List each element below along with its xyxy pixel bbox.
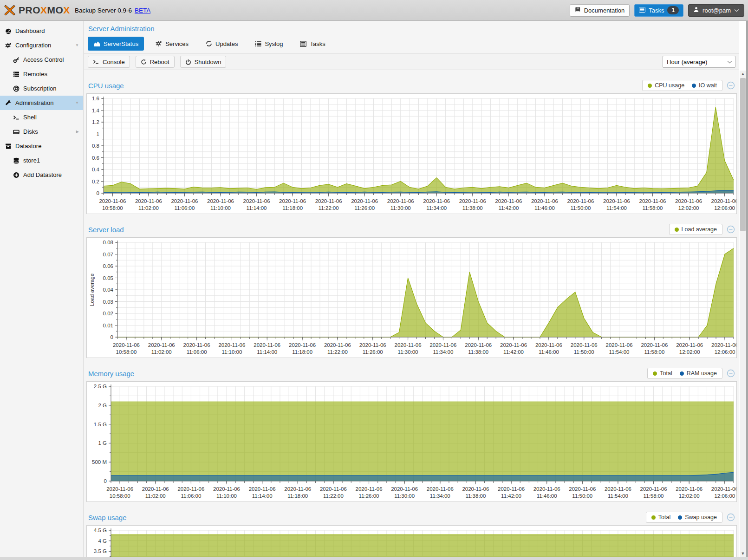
life-ring-icon xyxy=(13,85,20,92)
scroll-down-icon[interactable]: ▼ xyxy=(740,550,746,557)
svg-text:2020-11-06: 2020-11-06 xyxy=(676,486,702,492)
list-icon xyxy=(255,41,261,47)
collapse-icon[interactable] xyxy=(727,513,735,521)
book-icon xyxy=(575,7,581,14)
svg-text:11:58:00: 11:58:00 xyxy=(644,493,664,499)
svg-text:2020-11-06: 2020-11-06 xyxy=(243,198,270,204)
svg-text:1.4: 1.4 xyxy=(92,108,100,113)
svg-text:0.06: 0.06 xyxy=(103,263,113,269)
svg-text:11:02:00: 11:02:00 xyxy=(138,205,159,211)
svg-text:1.5 G: 1.5 G xyxy=(94,422,107,427)
sidebar: Dashboard Configuration ▼ Access Control… xyxy=(0,21,84,557)
svg-text:10:58:00: 10:58:00 xyxy=(116,349,137,355)
svg-text:2020-11-06: 2020-11-06 xyxy=(207,198,234,204)
collapse-icon[interactable] xyxy=(727,225,735,234)
collapse-icon[interactable] xyxy=(727,369,735,378)
sidebar-item-subscription[interactable]: Subscription xyxy=(0,81,83,96)
legend-item[interactable]: Total xyxy=(651,514,670,521)
tab-syslog[interactable]: Syslog xyxy=(249,37,288,51)
svg-text:0.07: 0.07 xyxy=(103,252,113,257)
server-toolbar: Console Reboot Shutdown Hour (average) xyxy=(84,53,739,70)
legend-item[interactable]: Total xyxy=(653,370,672,377)
svg-text:1: 1 xyxy=(97,131,99,137)
server-load-chart-box: 00.010.020.030.040.050.060.070.082020-11… xyxy=(86,237,737,358)
reboot-button[interactable]: Reboot xyxy=(136,56,175,68)
panel-title: CPU usage xyxy=(88,82,124,90)
legend-item[interactable]: Load average xyxy=(675,226,717,233)
dashboard-gauge-icon xyxy=(5,28,12,34)
timeframe-select[interactable]: Hour (average) xyxy=(663,56,735,68)
collapse-icon[interactable] xyxy=(727,81,735,90)
database-icon xyxy=(13,157,20,164)
svg-text:2020-11-06: 2020-11-06 xyxy=(465,342,492,348)
tab-bar: ServerStatus Services Updates Syslog Tas… xyxy=(84,33,739,51)
sidebar-item-datastore[interactable]: Datastore xyxy=(0,139,83,153)
svg-text:11:10:00: 11:10:00 xyxy=(210,205,231,211)
svg-text:11:26:00: 11:26:00 xyxy=(359,493,379,499)
svg-text:11:38:00: 11:38:00 xyxy=(462,205,483,211)
archive-box-icon xyxy=(5,143,12,150)
svg-text:0.02: 0.02 xyxy=(103,311,113,316)
beta-link[interactable]: BETA xyxy=(135,7,150,14)
tab-tasks[interactable]: Tasks xyxy=(294,37,331,51)
tab-services[interactable]: Services xyxy=(150,37,194,51)
svg-text:0.08: 0.08 xyxy=(103,240,113,245)
svg-text:11:54:00: 11:54:00 xyxy=(609,349,630,355)
shutdown-button[interactable]: Shutdown xyxy=(180,56,227,68)
vertical-scrollbar[interactable]: ▲ ▼ xyxy=(740,71,746,557)
gears-icon xyxy=(156,40,162,47)
legend-item[interactable]: IO wait xyxy=(692,82,717,89)
svg-text:11:38:00: 11:38:00 xyxy=(465,493,486,499)
svg-text:2020-11-06: 2020-11-06 xyxy=(99,198,126,204)
svg-text:11:10:00: 11:10:00 xyxy=(221,349,242,355)
top-header-bar: PROXMOX Backup Server 0.9-6 BETA Documen… xyxy=(0,0,748,21)
svg-text:1 G: 1 G xyxy=(98,440,107,446)
sidebar-item-dashboard[interactable]: Dashboard xyxy=(0,24,83,38)
scrollbar-thumb[interactable] xyxy=(740,78,746,231)
svg-text:1.6: 1.6 xyxy=(92,96,99,101)
chevron-down-icon[interactable]: ▼ xyxy=(75,43,79,47)
sidebar-item-administration[interactable]: Administration ▼ xyxy=(0,96,83,110)
svg-text:2020-11-06: 2020-11-06 xyxy=(177,486,204,492)
legend-item[interactable]: Swap usage xyxy=(678,514,717,521)
svg-text:0.6: 0.6 xyxy=(92,155,99,161)
legend-item[interactable]: CPU usage xyxy=(648,82,684,89)
sidebar-item-store1[interactable]: store1 xyxy=(0,153,83,168)
user-menu-button[interactable]: root@pam xyxy=(688,4,744,17)
svg-text:2020-11-06: 2020-11-06 xyxy=(500,342,527,348)
chart-legend: Total RAM usage xyxy=(647,368,722,379)
svg-text:11:22:00: 11:22:00 xyxy=(323,493,344,499)
sidebar-item-remotes[interactable]: Remotes xyxy=(0,67,83,81)
svg-text:2020-11-06: 2020-11-06 xyxy=(498,486,525,492)
svg-text:2020-11-06: 2020-11-06 xyxy=(675,198,702,204)
chevron-down-icon[interactable]: ▼ xyxy=(75,101,79,105)
sidebar-item-configuration[interactable]: Configuration ▼ xyxy=(0,38,83,52)
plus-circle-icon xyxy=(13,172,20,178)
sidebar-item-shell[interactable]: Shell xyxy=(0,110,83,124)
svg-text:11:02:00: 11:02:00 xyxy=(151,349,172,355)
legend-item[interactable]: RAM usage xyxy=(680,370,717,377)
scroll-up-icon[interactable]: ▲ xyxy=(740,71,746,77)
tab-serverstatus[interactable]: ServerStatus xyxy=(88,37,144,51)
svg-text:11:42:00: 11:42:00 xyxy=(501,493,521,499)
legend-swatch xyxy=(680,371,684,376)
svg-text:11:38:00: 11:38:00 xyxy=(468,349,488,355)
tab-updates[interactable]: Updates xyxy=(200,37,243,51)
console-button[interactable]: Console xyxy=(88,56,130,68)
svg-text:0.05: 0.05 xyxy=(103,275,113,281)
svg-text:11:46:00: 11:46:00 xyxy=(537,493,557,499)
svg-text:0: 0 xyxy=(97,190,99,196)
chevron-right-icon[interactable]: ▶ xyxy=(76,130,79,134)
svg-text:Load average: Load average xyxy=(89,273,95,306)
list-alt-icon xyxy=(300,41,306,47)
svg-text:0.4: 0.4 xyxy=(92,167,100,172)
tasks-button[interactable]: Tasks 1 xyxy=(634,4,683,17)
documentation-button[interactable]: Documentation xyxy=(570,4,630,17)
sidebar-item-disks[interactable]: Disks ▶ xyxy=(0,124,83,139)
sidebar-item-access-control[interactable]: Access Control xyxy=(0,52,83,67)
refresh-icon xyxy=(206,40,212,47)
svg-text:2020-11-06: 2020-11-06 xyxy=(135,198,162,204)
product-version: Backup Server 0.9-6 xyxy=(75,7,132,14)
svg-text:11:34:00: 11:34:00 xyxy=(433,349,453,355)
sidebar-item-add-datastore[interactable]: Add Datastore xyxy=(0,168,83,182)
